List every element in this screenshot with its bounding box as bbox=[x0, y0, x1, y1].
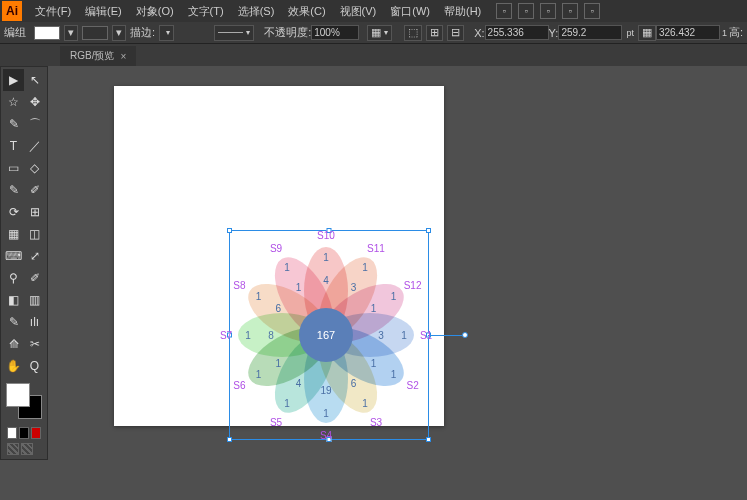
brush-dropdown[interactable]: ▾ bbox=[214, 25, 254, 41]
petal-mid-S1: 1 bbox=[401, 330, 407, 341]
tool-10-1[interactable]: ▥ bbox=[24, 289, 45, 311]
tool-0-1[interactable]: ↖ bbox=[24, 69, 45, 91]
tool-7-0[interactable]: ▦ bbox=[3, 223, 24, 245]
opacity-input[interactable] bbox=[311, 25, 359, 40]
tool-3-0[interactable]: T bbox=[3, 135, 24, 157]
fill-swatch[interactable] bbox=[34, 26, 60, 40]
opacity-label: 不透明度: bbox=[264, 25, 311, 40]
tool-6-1[interactable]: ⊞ bbox=[24, 201, 45, 223]
transform-anchor[interactable]: ▦ bbox=[638, 25, 656, 41]
app-icon: Ai bbox=[2, 1, 22, 21]
tool-13-0[interactable]: ✋ bbox=[3, 355, 24, 377]
tool-6-0[interactable]: ⟳ bbox=[3, 201, 24, 223]
tool-5-1[interactable]: ✐ bbox=[24, 179, 45, 201]
x-input[interactable] bbox=[485, 25, 549, 40]
canvas[interactable]: S1041S1131S1211S131S211S361S4191S541S611… bbox=[54, 66, 747, 500]
petal-inner-S5: 4 bbox=[296, 377, 302, 388]
tool-4-1[interactable]: ◇ bbox=[24, 157, 45, 179]
petal-inner-S4: 19 bbox=[320, 385, 331, 396]
menu-item[interactable]: 窗口(W) bbox=[383, 5, 437, 17]
tool-8-1[interactable]: ⤢ bbox=[24, 245, 45, 267]
screen-mode-row bbox=[3, 441, 45, 457]
stroke-dropdown[interactable]: ▾ bbox=[112, 25, 126, 41]
h-unit: 1 bbox=[722, 28, 727, 38]
menu-item[interactable]: 帮助(H) bbox=[437, 5, 488, 17]
menu-item[interactable]: 编辑(E) bbox=[78, 5, 129, 17]
tool-8-0[interactable]: ⌨ bbox=[3, 245, 24, 267]
tool-13-1[interactable]: Q bbox=[24, 355, 45, 377]
y-label: Y: bbox=[549, 27, 559, 39]
tool-3-1[interactable]: ／ bbox=[24, 135, 45, 157]
menu-item[interactable]: 选择(S) bbox=[231, 5, 282, 17]
tool-9-0[interactable]: ⚲ bbox=[3, 267, 24, 289]
tool-2-1[interactable]: ⌒ bbox=[24, 113, 45, 135]
petal-label-S9: S9 bbox=[270, 243, 282, 254]
tool-7-1[interactable]: ◫ bbox=[24, 223, 45, 245]
color-swatch-block[interactable] bbox=[4, 381, 44, 421]
color-mode-solid[interactable] bbox=[7, 427, 17, 439]
color-mode-none[interactable] bbox=[31, 427, 41, 439]
align-icon-1[interactable]: ⊞ bbox=[426, 25, 443, 41]
petal-inner-S10: 4 bbox=[323, 275, 329, 286]
work-area: RGB/预览 × S1041S1131S1211S131S211S361S419… bbox=[0, 44, 747, 500]
stroke-label: 描边: bbox=[130, 25, 155, 40]
document-tab-title: RGB/预览 bbox=[70, 49, 114, 63]
petal-inner-S2: 1 bbox=[371, 357, 377, 368]
petal-mid-S4: 1 bbox=[323, 408, 329, 419]
tool-1-0[interactable]: ☆ bbox=[3, 91, 24, 113]
tool-11-0[interactable]: ✎ bbox=[3, 311, 24, 333]
align-icon-0[interactable]: ⬚ bbox=[404, 25, 422, 41]
menu-item[interactable]: 效果(C) bbox=[281, 5, 332, 17]
layout-icon[interactable]: ▫ bbox=[518, 3, 534, 19]
foreground-swatch[interactable] bbox=[6, 383, 30, 407]
petal-inner-S12: 1 bbox=[371, 302, 377, 313]
petal-mid-S9: 1 bbox=[284, 262, 290, 273]
screen-mode-normal[interactable] bbox=[7, 443, 19, 455]
tool-9-1[interactable]: ✐ bbox=[24, 267, 45, 289]
color-mode-gradient[interactable] bbox=[19, 427, 29, 439]
go-icon[interactable]: ▫ bbox=[584, 3, 600, 19]
petal-label-S3: S3 bbox=[370, 416, 382, 427]
fill-dropdown[interactable]: ▾ bbox=[64, 25, 78, 41]
menu-item[interactable]: 视图(V) bbox=[333, 5, 384, 17]
tool-10-0[interactable]: ◧ bbox=[3, 289, 24, 311]
center-indicator-point[interactable] bbox=[462, 332, 468, 338]
petal-label-S10: S10 bbox=[317, 230, 335, 241]
tool-0-0[interactable]: ▶ bbox=[3, 69, 24, 91]
petal-label-S4: S4 bbox=[320, 430, 332, 441]
stroke-swatch[interactable] bbox=[82, 26, 108, 40]
tools-panel: ▶↖☆✥✎⌒T／▭◇✎✐⟳⊞▦◫⌨⤢⚲✐◧▥✎ılı⟰✂✋Q bbox=[0, 66, 48, 460]
menu-item[interactable]: 文字(T) bbox=[181, 5, 231, 17]
align-icon-2[interactable]: ⊟ bbox=[447, 25, 464, 41]
petal-mid-S10: 1 bbox=[323, 252, 329, 263]
tool-4-0[interactable]: ▭ bbox=[3, 157, 24, 179]
tool-12-1[interactable]: ✂ bbox=[24, 333, 45, 355]
y-input[interactable] bbox=[558, 25, 622, 40]
tool-12-0[interactable]: ⟰ bbox=[3, 333, 24, 355]
w-input[interactable] bbox=[656, 25, 720, 40]
menu-item[interactable]: 文件(F) bbox=[28, 5, 78, 17]
tool-5-0[interactable]: ✎ bbox=[3, 179, 24, 201]
close-icon[interactable]: × bbox=[120, 51, 126, 62]
screen-mode-full[interactable] bbox=[21, 443, 33, 455]
petal-mid-S12: 1 bbox=[391, 291, 397, 302]
petal-inner-S3: 6 bbox=[351, 377, 357, 388]
menu-item[interactable]: 对象(O) bbox=[129, 5, 181, 17]
st-icon[interactable]: ▫ bbox=[540, 3, 556, 19]
brush-icon[interactable]: ▫ bbox=[562, 3, 578, 19]
petal-mid-S11: 1 bbox=[362, 262, 368, 273]
flower-center: 167 bbox=[299, 308, 353, 362]
petal-inner-S8: 6 bbox=[276, 302, 282, 313]
menu-icon[interactable]: ▫ bbox=[496, 3, 512, 19]
document-tab[interactable]: RGB/预览 × bbox=[60, 46, 136, 66]
stroke-weight-dropdown[interactable]: ▾ bbox=[159, 25, 174, 41]
petal-label-S1: S1 bbox=[420, 330, 432, 341]
style-dropdown[interactable]: ▦▾ bbox=[367, 25, 392, 41]
tool-1-1[interactable]: ✥ bbox=[24, 91, 45, 113]
tool-11-1[interactable]: ılı bbox=[24, 311, 45, 333]
tool-2-0[interactable]: ✎ bbox=[3, 113, 24, 135]
selection-type-label: 编组 bbox=[4, 25, 26, 40]
handle-br[interactable] bbox=[426, 437, 431, 442]
venn-flower-diagram[interactable]: S1041S1131S1211S131S211S361S4191S541S611… bbox=[226, 230, 426, 440]
handle-tr[interactable] bbox=[426, 228, 431, 233]
